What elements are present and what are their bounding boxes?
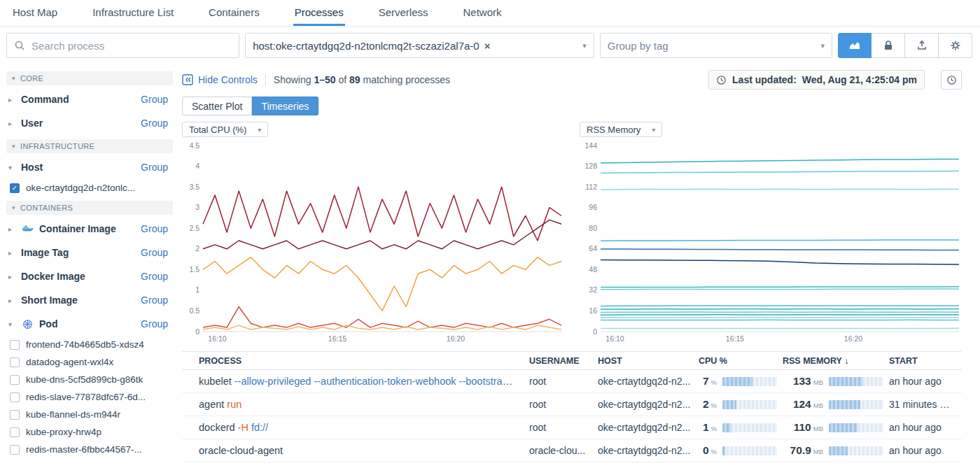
checkbox[interactable] — [10, 427, 20, 437]
tab-timeseries[interactable]: Timeseries — [252, 97, 318, 115]
sidebar-section-core[interactable]: ▾CORE — [6, 71, 173, 85]
filter-option-oke-crtaytdgq2d-n2tonlc[interactable]: ✓oke-crtaytdgq2d-n2tonlc... — [0, 179, 178, 197]
start-cell: an hour ago — [889, 376, 962, 387]
chevron-down-icon: ▾ — [582, 41, 587, 50]
column-header-host[interactable]: HOST — [598, 356, 699, 366]
sidebar-item-host[interactable]: ▾HostGroup — [0, 155, 178, 179]
column-header-process[interactable]: PROCESS — [199, 356, 529, 366]
nav-item-host-map[interactable]: Host Map — [11, 0, 59, 26]
filter-option-redis-master-6fbbc44567[interactable]: redis-master-6fbbc44567-... — [0, 441, 178, 458]
cpu-bar — [722, 423, 777, 432]
svg-text:0.5: 0.5 — [189, 306, 200, 315]
toolbar: host:oke-crtaytdgq2d-n2tonlcmq2t-sczazi2… — [0, 27, 980, 64]
sidebar-item-label: Short Image — [21, 295, 78, 306]
group-by-link-pod[interactable]: Group — [141, 318, 168, 329]
svg-text:2: 2 — [195, 244, 200, 253]
memory-metric-select[interactable]: RSS Memory ▾ — [580, 122, 662, 137]
sidebar-item-short-image[interactable]: ▸Short ImageGroup — [0, 288, 178, 312]
last-updated-badge: Last updated: Wed, Aug 21, 4:25:04 pm — [708, 70, 925, 90]
sidebar-item-label: Container Image — [39, 223, 116, 234]
svg-text:3.5: 3.5 — [189, 183, 200, 191]
table-row[interactable]: oracle-cloud-agentoracle-clou...oke-crta… — [182, 439, 962, 462]
table-row[interactable]: dockerd -H fd://rootoke-crtaytdgq2d-n2..… — [182, 416, 962, 439]
filter-option-frontend-74b4665db5-xdsz4[interactable]: frontend-74b4665db5-xdsz4 — [0, 336, 178, 353]
lock-button[interactable] — [872, 33, 905, 58]
nav-item-containers[interactable]: Containers — [207, 0, 261, 26]
filter-option-kube-proxy-hrw4p[interactable]: kube-proxy-hrw4p — [0, 423, 178, 441]
group-by-tag-select[interactable]: Group by tag ▾ — [600, 33, 832, 58]
sidebar-item-image-tag[interactable]: ▸Image TagGroup — [0, 241, 178, 264]
sidebar-item-docker-image[interactable]: ▸Docker ImageGroup — [0, 264, 178, 288]
export-button[interactable] — [905, 33, 939, 58]
group-by-link-docker-image[interactable]: Group — [141, 271, 168, 282]
svg-text:16: 16 — [589, 306, 597, 315]
column-header-cpu[interactable]: CPU % — [699, 356, 783, 366]
filter-option-kube-dns-5cf5d899cb-g86tk[interactable]: kube-dns-5cf5d899cb-g86tk — [0, 371, 178, 388]
svg-text:16:10: 16:10 — [208, 334, 226, 343]
cpu-value: 0 — [703, 444, 709, 457]
filter-option-redis-slave-77878dfc67-6d[interactable]: redis-slave-77878dfc67-6d... — [0, 388, 178, 406]
search-input[interactable] — [31, 40, 232, 52]
process-command: agent run — [199, 399, 529, 410]
svg-text:16:10: 16:10 — [606, 334, 624, 343]
svg-text:64: 64 — [589, 244, 597, 253]
tab-scatter-plot[interactable]: Scatter Plot — [182, 97, 252, 115]
group-by-link-user[interactable]: Group — [141, 118, 168, 129]
nav-item-serverless[interactable]: Serverless — [377, 0, 430, 26]
filter-option-kube-flannel-ds-m944r[interactable]: kube-flannel-ds-m944r — [0, 406, 178, 423]
rss-bar — [829, 377, 883, 386]
column-header-start[interactable]: START — [889, 356, 962, 366]
filter-option-datadog-agent-wxl4x[interactable]: datadog-agent-wxl4x — [0, 353, 178, 371]
rss-cell: 70.9MB — [783, 444, 889, 457]
sidebar-section-infrastructure[interactable]: ▾INFRASTRUCTURE — [6, 139, 173, 153]
host-filter-select[interactable]: host:oke-crtaytdgq2d-n2tonlcmq2t-sczazi2… — [245, 33, 594, 58]
sidebar-item-pod[interactable]: ▾PodGroup — [0, 312, 178, 336]
chart-type-tabs: Scatter PlotTimeseries — [182, 97, 962, 115]
chart-view-button[interactable] — [838, 33, 872, 58]
group-by-placeholder: Group by tag — [608, 40, 668, 52]
rss-unit: MB — [813, 448, 823, 455]
column-header-username[interactable]: USERNAME — [529, 356, 598, 366]
chevron-down-icon: ▾ — [8, 320, 15, 328]
group-by-link-host[interactable]: Group — [141, 162, 168, 173]
refresh-interval-button[interactable] — [941, 70, 962, 90]
checkbox-checked[interactable]: ✓ — [10, 183, 20, 193]
checkbox[interactable] — [10, 445, 20, 455]
checkbox[interactable] — [10, 375, 20, 385]
sidebar-section-label: CORE — [20, 74, 43, 83]
sidebar-item-container-image[interactable]: ▸Container ImageGroup — [0, 217, 178, 241]
checkbox[interactable] — [10, 357, 20, 367]
table-row[interactable]: kubelet --allow-privileged --authenticat… — [182, 370, 962, 393]
svg-text:80: 80 — [589, 224, 597, 232]
nav-item-infrastructure-list[interactable]: Infrastructure List — [91, 0, 175, 26]
process-command: dockerd -H fd:// — [199, 422, 529, 433]
nav-item-network[interactable]: Network — [462, 0, 503, 26]
group-by-link-container-image[interactable]: Group — [141, 223, 168, 234]
svg-text:16:15: 16:15 — [328, 334, 346, 343]
checkbox[interactable] — [10, 392, 20, 402]
remove-filter-icon[interactable]: × — [484, 41, 491, 51]
group-by-link-short-image[interactable]: Group — [141, 295, 168, 306]
main-content: Hide Controls Showing 1–50 of 89 matchin… — [178, 64, 980, 475]
sidebar-item-user[interactable]: ▸UserGroup — [0, 111, 178, 135]
table-row[interactable]: agent runrootoke-crtaytdgq2d-n2...2%124M… — [182, 393, 962, 416]
checkbox[interactable] — [10, 410, 20, 420]
svg-text:1.5: 1.5 — [189, 265, 200, 274]
sidebar-section-containers[interactable]: ▾CONTAINERS — [6, 201, 173, 215]
cpu-value: 1 — [703, 421, 709, 434]
hide-controls-button[interactable]: Hide Controls — [182, 74, 258, 85]
cpu-metric-select[interactable]: Total CPU (%) ▾ — [182, 122, 268, 137]
username-cell: root — [529, 422, 598, 433]
nav-item-processes[interactable]: Processes — [293, 0, 345, 26]
settings-button[interactable] — [939, 33, 972, 58]
group-by-link-image-tag[interactable]: Group — [141, 247, 168, 258]
svg-text:96: 96 — [589, 203, 597, 211]
checkbox[interactable] — [10, 340, 20, 350]
cpu-cell: 1% — [699, 421, 783, 434]
column-header-rss-memory[interactable]: RSS MEMORY ↓ — [783, 356, 889, 366]
group-by-link-command[interactable]: Group — [141, 94, 168, 105]
sidebar-item-command[interactable]: ▸CommandGroup — [0, 87, 178, 111]
sidebar-item-label: Image Tag — [21, 247, 69, 258]
svg-text:112: 112 — [585, 183, 597, 191]
sidebar-section-label: INFRASTRUCTURE — [20, 142, 94, 150]
